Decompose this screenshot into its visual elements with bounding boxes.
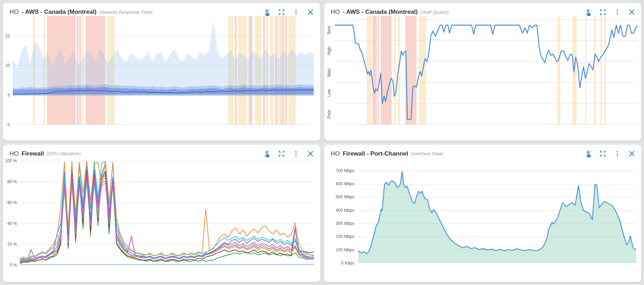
expand-icon[interactable] [278, 8, 286, 16]
y-tick-label: 0 [3, 122, 10, 127]
y-tick-label: 40 % [3, 221, 17, 226]
panel-header: HO - AWS - Canada (Montreal) (Network Re… [3, 3, 320, 17]
y-tick-label: 0 % [3, 263, 17, 268]
panel-title: Firewall [22, 150, 44, 157]
panel-interface-data: HO Firewall - Port-Channel (Interface Da… [324, 145, 642, 283]
panel-title: Firewall - Port-Channel [343, 150, 408, 157]
panel-voip-quality: HO - AWS - Canada (Montreal) (VoIP Quali… [324, 3, 642, 141]
y-tick-label: 80 % [3, 179, 17, 184]
y-axis-labels: BestHighMed.LowPoor [326, 16, 333, 125]
touch-icon[interactable] [584, 8, 592, 16]
chart-plot-area[interactable] [335, 16, 638, 125]
panel-header: HO Firewall - Port-Channel (Interface Da… [324, 145, 642, 159]
y-tick-label: 5 [3, 93, 10, 98]
panel-subtitle: (Interface Data) [411, 151, 443, 156]
panel-header: HO - AWS - Canada (Montreal) (VoIP Quali… [324, 3, 642, 17]
site-prefix: HO [10, 8, 19, 16]
alert-region-red [381, 16, 392, 125]
alert-region-yellow [600, 16, 602, 125]
y-tick-label: 60 % [3, 200, 17, 205]
close-icon[interactable] [628, 8, 636, 16]
expand-icon[interactable] [599, 150, 606, 158]
y-tick-label: Low [327, 89, 332, 97]
y-tick-label: 100 Mbps [324, 248, 355, 252]
y-tick-label: 200 Mbps [324, 234, 355, 239]
panel-header: HO Firewall (CPU Utilization) [3, 145, 320, 159]
more-options-icon[interactable] [613, 8, 621, 16]
expand-icon[interactable] [599, 8, 606, 16]
more-options-icon[interactable] [613, 150, 621, 158]
panel-title: - AWS - Canada (Montreal) [343, 8, 418, 16]
y-tick-label: 400 Mbps [324, 208, 355, 213]
more-options-icon[interactable] [292, 150, 300, 158]
chart-plot-area[interactable] [13, 16, 314, 125]
y-tick-label: 500 Mbps [324, 194, 355, 199]
site-prefix: HO [331, 150, 340, 157]
y-axis-labels: 0 Kbps100 Mbps200 Mbps300 Mbps400 Mbps50… [324, 163, 356, 263]
y-tick-label: Poor [327, 110, 332, 118]
y-tick-label: High [327, 47, 332, 56]
alert-region-yellow [394, 16, 396, 125]
chart-plot-area[interactable] [20, 158, 314, 266]
alert-region-yellow [594, 16, 596, 125]
panel-network-response-time: HO - AWS - Canada (Montreal) (Network Re… [3, 3, 320, 141]
dashboard-grid: HO - AWS - Canada (Montreal) (Network Re… [0, 0, 644, 285]
panel-subtitle: (VoIP Quality) [420, 10, 449, 15]
alert-region-yellow [585, 16, 586, 125]
close-icon[interactable] [628, 150, 636, 158]
y-tick-label: 600 Mbps [324, 181, 355, 186]
alert-region-yellow [604, 16, 606, 125]
y-tick-label: Med. [327, 67, 332, 77]
touch-icon[interactable] [584, 150, 592, 158]
panel-subtitle: (Network Response Time) [99, 10, 153, 15]
y-tick-label: 0 Kbps [324, 261, 355, 266]
y-axis-labels: 0 %20 %40 %60 %80 %100 % [3, 158, 18, 266]
y-tick-label: 700 Mbps [324, 168, 355, 173]
panel-subtitle: (CPU Utilization) [47, 151, 81, 156]
alert-region-red [378, 16, 379, 125]
y-tick-label: 300 Mbps [324, 221, 355, 226]
more-options-icon[interactable] [292, 8, 300, 16]
y-tick-label: Best [327, 26, 332, 34]
y-tick-label: 20 % [3, 242, 17, 247]
y-tick-label: 100 % [3, 158, 17, 163]
touch-icon[interactable] [263, 150, 271, 158]
panel-cpu-utilization: HO Firewall (CPU Utilization) 0 %20 %40 … [3, 145, 320, 283]
alert-region-yellow [557, 16, 560, 125]
site-prefix: HO [10, 150, 19, 157]
voip-quality-line [335, 25, 638, 119]
close-icon[interactable] [307, 8, 315, 16]
touch-icon[interactable] [263, 8, 271, 16]
y-tick-label: 10 [3, 63, 10, 68]
y-axis-labels: 051015 [3, 16, 11, 125]
chart-plot-area[interactable] [358, 163, 637, 263]
site-prefix: HO [331, 8, 340, 16]
alert-region-red [372, 16, 376, 125]
panel-title: - AWS - Canada (Montreal) [22, 8, 97, 16]
y-tick-label: 15 [3, 34, 10, 39]
expand-icon[interactable] [278, 150, 286, 158]
close-icon[interactable] [307, 150, 315, 158]
